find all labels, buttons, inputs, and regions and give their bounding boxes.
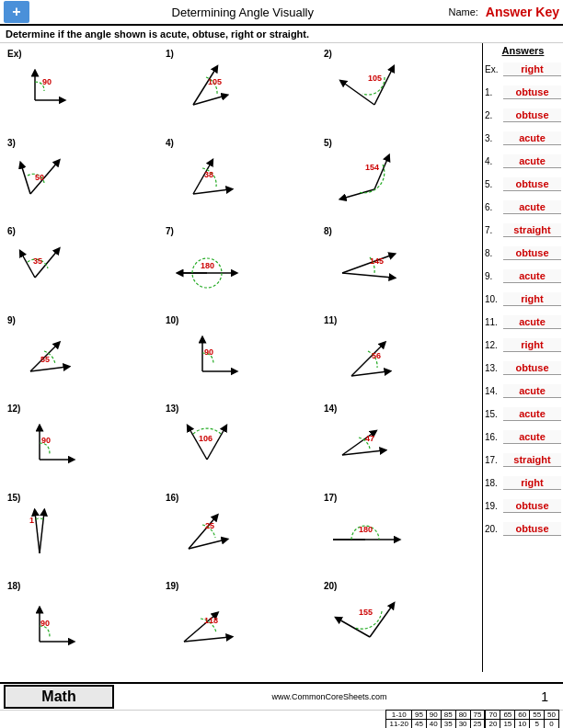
- answer-label: 13.: [485, 363, 503, 373]
- answer-row: 15.acute: [485, 403, 561, 425]
- answer-row: Ex.right: [485, 58, 561, 80]
- answer-label: 16.: [485, 432, 503, 442]
- angle-svg-16: 25: [166, 503, 248, 563]
- answer-value: obtuse: [503, 246, 561, 260]
- problem-19-canvas: 118: [166, 591, 316, 655]
- problem-1-canvas: 105: [166, 59, 316, 123]
- angle-svg-8: 145: [324, 236, 407, 296]
- answer-row: 14.acute: [485, 380, 561, 402]
- answer-label: 11.: [485, 317, 503, 327]
- logo: +: [4, 1, 29, 23]
- score-table: 1-109590858075 7065605550 11-20454035302…: [385, 710, 559, 728]
- problem-8: 8) 145: [320, 224, 478, 305]
- answer-value: right: [503, 338, 561, 352]
- problem-ex-canvas: 90: [7, 59, 158, 123]
- answer-row: 16.acute: [485, 426, 561, 448]
- problem-20: 20) 155: [320, 579, 478, 660]
- angle-svg-20: 155: [324, 591, 407, 651]
- svg-text:38: 38: [204, 170, 213, 179]
- angle-svg-7: 180: [166, 236, 248, 296]
- angle-svg-9: 55: [7, 325, 90, 385]
- problem-11-canvas: 56: [324, 325, 475, 390]
- answer-label: Ex.: [485, 64, 503, 74]
- answer-label: 18.: [485, 478, 503, 488]
- answer-value: right: [503, 63, 561, 76]
- answer-row: 8.obtuse: [485, 242, 561, 264]
- answer-value: obtuse: [503, 499, 561, 513]
- problem-4-canvas: 38: [166, 148, 316, 212]
- svg-text:25: 25: [205, 521, 214, 530]
- angle-svg-15: 1: [7, 503, 90, 563]
- answer-value: acute: [503, 315, 561, 329]
- answer-value: acute: [503, 407, 561, 421]
- problem-17-label: 17): [324, 493, 475, 503]
- problems-area: Ex) 90 1): [0, 43, 482, 672]
- problem-4: 4) 38: [162, 136, 320, 217]
- problem-10-label: 10): [166, 315, 316, 325]
- answer-label: 6.: [485, 202, 503, 212]
- problem-14: 14) 47: [320, 402, 478, 483]
- answer-label: 12.: [485, 340, 503, 350]
- svg-text:90: 90: [204, 347, 213, 357]
- problem-5-canvas: 154: [324, 148, 475, 212]
- svg-text:155: 155: [359, 608, 373, 617]
- footer-math-label: Math: [4, 685, 114, 709]
- answer-value: obtuse: [503, 361, 561, 375]
- problem-2-canvas: 105: [324, 59, 475, 123]
- svg-text:56: 56: [372, 351, 381, 360]
- angle-svg-1: 105: [166, 59, 248, 119]
- answer-label: 8.: [485, 248, 503, 258]
- answer-row: 18.right: [485, 472, 561, 494]
- problem-14-label: 14): [324, 404, 475, 414]
- problem-2: 2) 105: [320, 47, 478, 128]
- problem-9: 9) 55: [4, 313, 162, 394]
- problem-6: 6) 35: [4, 224, 162, 305]
- answer-label: 2.: [485, 110, 503, 120]
- problem-12: 12) 90: [4, 402, 162, 483]
- footer: Math www.CommonCoreSheets.com 1 1-109590…: [0, 682, 563, 728]
- answer-label: 19.: [485, 501, 503, 511]
- answer-row: 12.right: [485, 334, 561, 356]
- angle-svg-17: 180: [324, 503, 407, 563]
- problem-12-canvas: 90: [7, 414, 158, 478]
- answer-key-title: Answers: [485, 45, 561, 56]
- svg-text:180: 180: [201, 261, 214, 270]
- problem-20-label: 20): [324, 581, 475, 591]
- problem-16-canvas: 25: [166, 503, 316, 567]
- svg-text:47: 47: [365, 434, 374, 443]
- answer-value: straight: [503, 453, 561, 467]
- problem-4-label: 4): [166, 138, 316, 148]
- answer-value: obtuse: [503, 85, 561, 99]
- svg-text:118: 118: [204, 616, 218, 625]
- header: + Determining Angle Visually Name: Answe…: [0, 0, 563, 26]
- angle-svg-3: 50: [7, 148, 90, 208]
- problem-ex: Ex) 90: [4, 47, 162, 128]
- answer-label: 7.: [485, 225, 503, 235]
- problem-9-label: 9): [7, 315, 158, 325]
- answer-row: 9.acute: [485, 265, 561, 287]
- answer-label: 17.: [485, 455, 503, 465]
- problem-10-canvas: 90: [166, 325, 316, 390]
- svg-text:50: 50: [35, 173, 44, 182]
- problem-3-canvas: 50: [7, 148, 158, 212]
- problem-9-canvas: 55: [7, 325, 158, 390]
- problem-20-canvas: 155: [324, 591, 475, 655]
- answer-row: 2.obtuse: [485, 104, 561, 126]
- answer-label: 4.: [485, 156, 503, 166]
- problem-6-canvas: 35: [7, 236, 158, 301]
- answer-value: obtuse: [503, 108, 561, 122]
- problem-1: 1) 105: [162, 47, 320, 128]
- angle-svg-12: 90: [7, 414, 90, 473]
- answer-label: 3.: [485, 133, 503, 143]
- problem-18: 18) 90: [4, 579, 162, 660]
- problem-19: 19) 118: [162, 579, 320, 660]
- answer-label: 20.: [485, 524, 503, 534]
- problem-18-label: 18): [7, 581, 158, 591]
- svg-text:35: 35: [33, 256, 42, 266]
- problem-16: 16) 25: [162, 491, 320, 572]
- angle-svg-10: 90: [166, 325, 248, 385]
- footer-scores: 1-109590858075 7065605550 11-20454035302…: [0, 710, 563, 728]
- svg-text:154: 154: [365, 163, 379, 172]
- problem-17: 17) 180: [320, 491, 478, 572]
- problem-7-label: 7): [166, 226, 316, 236]
